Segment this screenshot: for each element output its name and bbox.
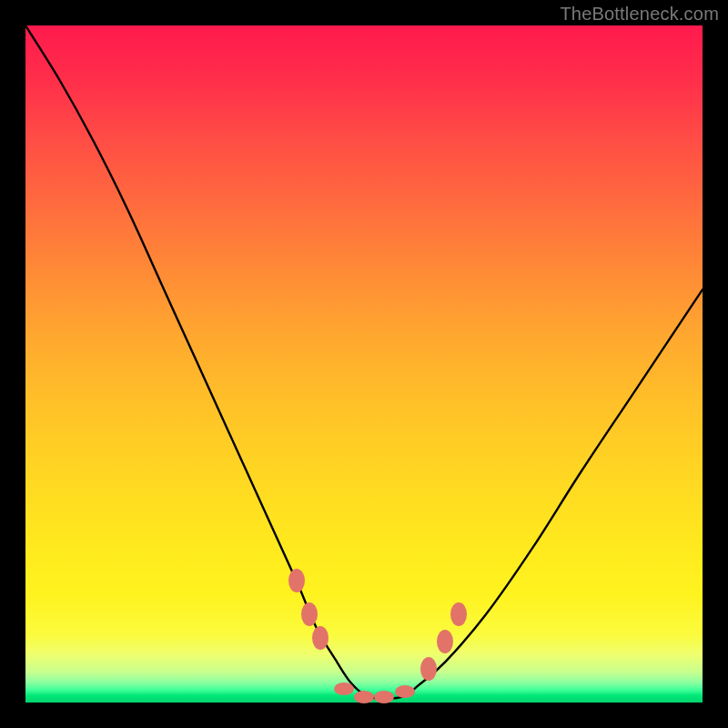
curve-marker (374, 691, 394, 703)
curve-marker (312, 626, 329, 650)
curve-marker (334, 682, 354, 695)
bottleneck-curve (25, 25, 703, 703)
curve-marker (437, 630, 453, 653)
curve-marker (420, 657, 437, 681)
curve-marker (450, 602, 467, 626)
curve-marker (301, 602, 318, 626)
curve-marker (395, 685, 415, 698)
chart-frame: TheBottleneck.com (0, 0, 728, 728)
curve-marker (354, 691, 374, 703)
watermark-text: TheBottleneck.com (560, 4, 719, 25)
curve-marker (288, 569, 305, 592)
chart-plot-area (25, 25, 703, 703)
